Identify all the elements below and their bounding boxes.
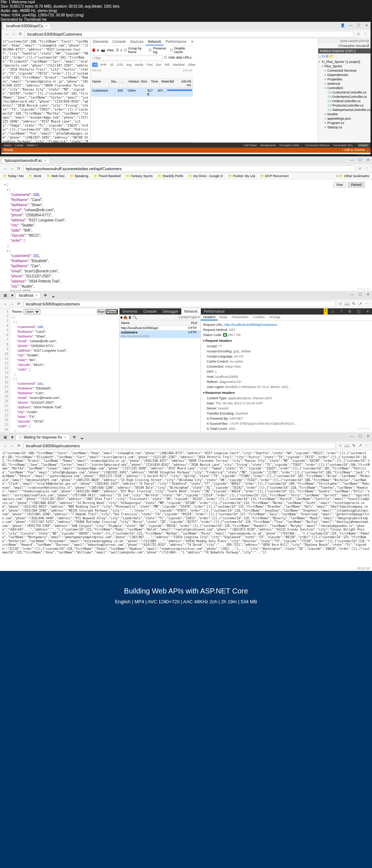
- tree-item[interactable]: Startup.cs: [319, 125, 370, 129]
- devtools-tab[interactable]: Elements: [91, 39, 110, 45]
- debug-tab[interactable]: Breakpoints: [259, 144, 277, 147]
- url-input[interactable]: localhost:63058/api/customers: [23, 443, 336, 449]
- browser-tab[interactable]: localhost×: [16, 292, 41, 298]
- new-tab-icon[interactable]: +: [70, 434, 78, 440]
- filter-type[interactable]: Doc: [155, 63, 162, 67]
- url-input[interactable]: hplussportswoodruff.azurewebsites.net/ap…: [23, 165, 355, 172]
- tab-actions-icon[interactable]: ▾: [9, 435, 16, 440]
- bookmark-item[interactable]: 📁 Web Dev: [45, 174, 66, 178]
- tree-item[interactable]: C#ProductsController.cs: [319, 103, 370, 108]
- stop-icon[interactable]: ■: [120, 315, 122, 319]
- tree-item[interactable]: Plus_Sports: [319, 64, 370, 68]
- minimize-icon[interactable]: —: [349, 158, 355, 162]
- debug-tab[interactable]: Watch 1: [26, 144, 39, 147]
- close-icon[interactable]: ✕: [365, 292, 371, 296]
- browser-tab-loading[interactable]: ◌ Waiting for response fro×: [16, 434, 70, 440]
- share-icon[interactable]: ↗: [357, 301, 363, 306]
- group-by-frame[interactable]: Group by frame: [128, 47, 147, 54]
- devtools-tab-network[interactable]: Network: [146, 39, 163, 45]
- browser-tab[interactable]: localhost:63058/api/Cu×: [3, 23, 51, 29]
- network-row-selected[interactable]: customershttp://localhost:63058/ HTTP: [120, 330, 201, 338]
- theme-select[interactable]: Dawn: [24, 309, 40, 314]
- filter-icon[interactable]: 🔍: [133, 315, 137, 319]
- devtools-tab[interactable]: Elements: [120, 308, 141, 315]
- warning-badge[interactable]: 1: [324, 308, 328, 315]
- debug-tab[interactable]: Locals: [14, 144, 24, 147]
- filter-type[interactable]: All: [92, 63, 98, 67]
- back-icon[interactable]: ←: [2, 444, 9, 448]
- tree-item[interactable]: Models: [319, 112, 370, 116]
- filter-type[interactable]: Manifest: [172, 63, 186, 67]
- hub-icon[interactable]: ⊞: [1, 435, 9, 440]
- debug-tab[interactable]: Autos: [3, 144, 12, 147]
- browser-tab[interactable]: hplussportswoodruff.az×: [1, 157, 50, 163]
- camera-icon[interactable]: 📷: [101, 48, 105, 52]
- close-icon[interactable]: ✕: [365, 158, 371, 162]
- minimize-icon[interactable]: —: [348, 23, 353, 27]
- filter-input[interactable]: [92, 56, 162, 61]
- close-icon[interactable]: ✕: [363, 308, 372, 315]
- reading-icon[interactable]: 📖: [344, 301, 350, 306]
- close-icon[interactable]: ×: [64, 435, 66, 439]
- tree-item[interactable]: Program.cs: [319, 121, 370, 125]
- debug-tab-output[interactable]: Output: [357, 144, 369, 147]
- filter-type[interactable]: Img: [125, 63, 133, 67]
- person-icon[interactable]: 👤: [340, 23, 345, 27]
- tree-item[interactable]: C#OrdersController.cs: [319, 99, 370, 103]
- debug-tab[interactable]: Immediate Win...: [332, 144, 356, 147]
- view-small-icon[interactable]: ≡: [120, 48, 122, 52]
- clear-icon[interactable]: ⊘: [97, 48, 100, 52]
- hide-data-urls[interactable]: Hide data URLs: [168, 56, 191, 61]
- devtools-tab[interactable]: Performance: [201, 308, 227, 315]
- chevron-down-icon[interactable]: ⌄: [78, 434, 86, 441]
- filter-type[interactable]: Media: [134, 63, 144, 67]
- view-large-icon[interactable]: ☰: [116, 48, 119, 52]
- devtools-tab[interactable]: Console: [141, 308, 160, 315]
- parsed-button[interactable]: Parsed: [348, 182, 365, 188]
- filter-type[interactable]: CSS: [116, 63, 124, 67]
- network-row[interactable]: http://localhost:63058/api/ HTTP: [120, 326, 201, 330]
- tree-item[interactable]: appsettings.json: [319, 116, 370, 121]
- show-all-icon[interactable]: 📁: [329, 54, 333, 58]
- bookmark-item[interactable]: 📁 Work: [27, 174, 43, 178]
- filter-type[interactable]: JS: [109, 63, 114, 67]
- forward-icon[interactable]: →: [9, 444, 15, 448]
- hub-icon[interactable]: ⊞: [1, 293, 9, 298]
- star-icon[interactable]: ☆: [355, 32, 362, 36]
- clear-icon[interactable]: 🗑: [128, 315, 132, 319]
- preserve-log[interactable]: Preserve log: [153, 47, 168, 54]
- devtools-tab[interactable]: Console: [110, 39, 128, 45]
- tree-item[interactable]: Connected Services: [319, 68, 370, 73]
- note-icon[interactable]: ✎: [350, 301, 357, 306]
- tree-item[interactable]: 'H_Plus_Sports' (1 project): [319, 60, 370, 64]
- debug-tab[interactable]: Call Stack: [243, 144, 258, 147]
- maximize-icon[interactable]: ☐: [357, 292, 363, 296]
- close-icon[interactable]: ✕: [365, 434, 371, 438]
- new-tab-icon[interactable]: +: [41, 292, 49, 299]
- close-icon[interactable]: ×: [45, 24, 48, 28]
- feedback-icon[interactable]: ☺: [328, 308, 337, 315]
- note-icon[interactable]: ✎: [350, 443, 357, 448]
- help-icon[interactable]: ?: [337, 308, 345, 315]
- reload-icon[interactable]: ⟳: [15, 166, 22, 171]
- collapse-icon[interactable]: ⊟: [326, 54, 328, 58]
- bookmark-item[interactable]: 📁 MVP Reconnect: [259, 174, 290, 178]
- share-icon[interactable]: ↗: [357, 443, 363, 448]
- close-icon[interactable]: ✕: [364, 23, 369, 27]
- star-icon[interactable]: ☆: [357, 166, 363, 171]
- minimize-icon[interactable]: —: [349, 434, 355, 438]
- url-input[interactable]: localhost:63058/api/customers: [23, 301, 336, 307]
- bookmark-item[interactable]: 📁 Today / Me: [1, 174, 25, 178]
- devtools-tab-network[interactable]: Network: [181, 308, 201, 315]
- back-icon[interactable]: ←: [2, 167, 9, 171]
- cookies-tab[interactable]: Cookies: [251, 315, 267, 320]
- raw-button[interactable]: Raw: [333, 182, 346, 188]
- back-icon[interactable]: ←: [4, 32, 10, 36]
- bookmark-item[interactable]: 📁 Stackify Prefix: [156, 174, 185, 178]
- close-icon[interactable]: ✕: [189, 39, 196, 45]
- body-tab[interactable]: Body: [218, 315, 230, 320]
- parsed-button[interactable]: Parsed: [106, 309, 118, 314]
- home-icon[interactable]: ⌂: [319, 54, 321, 58]
- debug-tab[interactable]: Exception Setti...: [278, 144, 302, 147]
- tree-item[interactable]: C#CustomersController.cs: [319, 90, 370, 95]
